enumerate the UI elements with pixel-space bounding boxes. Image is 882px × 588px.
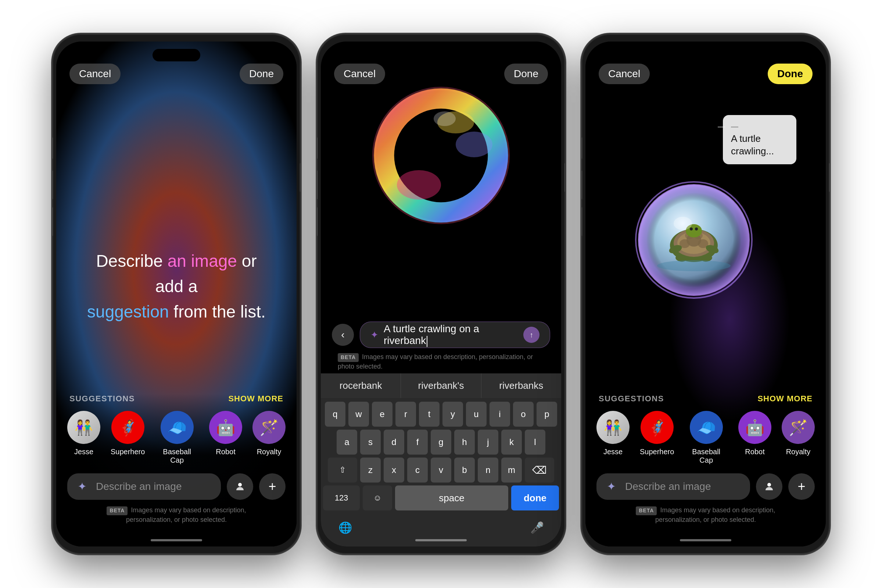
done-button-3[interactable]: Done xyxy=(768,64,813,84)
cancel-button-2[interactable]: Cancel xyxy=(334,64,385,84)
cancel-button-3[interactable]: Cancel xyxy=(598,64,650,84)
back-button[interactable]: ‹ xyxy=(332,324,354,346)
done-button-2[interactable]: Done xyxy=(504,64,548,84)
key-globe[interactable]: 🌐 xyxy=(330,515,360,540)
key-k[interactable]: k xyxy=(501,430,522,454)
key-w[interactable]: w xyxy=(348,402,369,427)
suggestion-baseball-3[interactable]: 🧢 Baseball Cap xyxy=(684,411,728,465)
svg-point-8 xyxy=(434,111,456,126)
phones-container: Cancel Done Describe an image or add asu… xyxy=(0,0,882,588)
key-q[interactable]: q xyxy=(325,402,345,427)
add-button-1[interactable]: + xyxy=(259,473,285,500)
autocomplete-item-1[interactable]: rocerbank xyxy=(321,374,401,398)
show-more-button-1[interactable]: SHOW MORE xyxy=(228,394,284,404)
key-e[interactable]: e xyxy=(372,402,393,427)
beta-badge-1: BETA xyxy=(106,506,128,515)
suggestion-label-superhero-3: Superhero xyxy=(640,448,674,456)
key-done[interactable]: done xyxy=(511,486,559,510)
key-g[interactable]: g xyxy=(431,430,451,454)
suggestion-baseball-1[interactable]: 🧢 Baseball Cap xyxy=(155,411,199,465)
key-f[interactable]: f xyxy=(407,430,428,454)
dynamic-island-1 xyxy=(153,49,200,62)
text-input-3[interactable]: ✦ Describe an image xyxy=(597,473,750,500)
sparkle-icon-3: ✦ xyxy=(607,480,620,493)
avatar-jesse-1: 👫 xyxy=(67,411,100,444)
text-input-1[interactable]: ✦ Describe an image xyxy=(67,473,221,500)
done-button-1[interactable]: Done xyxy=(240,64,284,84)
svg-point-22 xyxy=(695,228,698,230)
key-p[interactable]: p xyxy=(537,402,557,427)
suggestions-label-1: SUGGESTIONS xyxy=(69,394,135,404)
keyboard-row-4: 123 ☺ space done xyxy=(323,486,559,510)
cancel-button-1[interactable]: Cancel xyxy=(69,64,120,84)
keyboard-row-3: ⇧ z x c v b n m ⌫ xyxy=(323,458,559,483)
suggestion-royalty-3[interactable]: 🪄 Royalty xyxy=(782,411,815,465)
key-o[interactable]: o xyxy=(513,402,534,427)
svg-point-28 xyxy=(674,217,692,230)
suggestion-superhero-3[interactable]: 🦸 Superhero xyxy=(640,411,674,465)
suggestion-jesse-3[interactable]: 👫 Jesse xyxy=(597,411,630,465)
avatar-royalty-1: 🪄 xyxy=(252,411,285,444)
home-indicator-3 xyxy=(680,539,731,542)
key-n[interactable]: n xyxy=(478,458,498,483)
svg-point-0 xyxy=(238,483,242,487)
suggestion-label-robot-1: Robot xyxy=(216,448,235,456)
key-shift[interactable]: ⇧ xyxy=(328,458,357,483)
keyboard-row-5: 🌐 🎤 xyxy=(323,513,559,542)
key-y[interactable]: y xyxy=(442,402,463,427)
avatar-robot-1: 🤖 xyxy=(209,411,242,444)
autocomplete-item-3[interactable]: riverbanks xyxy=(482,374,561,398)
person-button-3[interactable] xyxy=(756,473,782,500)
person-button-1[interactable] xyxy=(227,473,253,500)
show-more-button-3[interactable]: SHOW MORE xyxy=(758,394,813,404)
suggestion-label-baseball-3: Baseball Cap xyxy=(684,448,728,465)
key-numbers[interactable]: 123 xyxy=(323,486,360,510)
active-input-2[interactable]: ✦ A turtle crawling on a riverbank ↑ xyxy=(360,322,550,348)
suggestion-royalty-1[interactable]: 🪄 Royalty xyxy=(252,411,285,465)
key-c[interactable]: c xyxy=(407,458,428,483)
input-area-2: ‹ ✦ A turtle crawling on a riverbank ↑ B… xyxy=(321,322,561,546)
svg-point-6 xyxy=(456,132,492,157)
suggestion-label-baseball-1: Baseball Cap xyxy=(155,448,199,465)
avatar-baseball-3: 🧢 xyxy=(690,411,723,444)
key-b[interactable]: b xyxy=(454,458,475,483)
key-v[interactable]: v xyxy=(431,458,451,483)
key-delete[interactable]: ⌫ xyxy=(525,458,554,483)
key-t[interactable]: t xyxy=(419,402,440,427)
avatar-baseball-1: 🧢 xyxy=(160,411,194,444)
key-h[interactable]: h xyxy=(454,430,475,454)
add-button-3[interactable]: + xyxy=(788,473,815,500)
phone-1: Cancel Done Describe an image or add asu… xyxy=(51,33,302,555)
suggestion-label-royalty-1: Royalty xyxy=(257,448,282,456)
key-mic[interactable]: 🎤 xyxy=(522,515,552,540)
text-cursor xyxy=(427,336,428,347)
key-u[interactable]: u xyxy=(466,402,487,427)
key-r[interactable]: r xyxy=(395,402,416,427)
suggestions-row-1: 👫 Jesse 🦸 Superhero 🧢 Baseball Cap xyxy=(67,411,285,465)
input-row-3: ✦ Describe an image + xyxy=(597,473,815,500)
suggestion-robot-3[interactable]: 🤖 Robot xyxy=(738,411,771,465)
key-space[interactable]: space xyxy=(395,486,508,510)
dynamic-island-2 xyxy=(417,49,465,62)
suggestions-header-3: SUGGESTIONS SHOW MORE xyxy=(597,394,815,404)
suggestion-superhero-1[interactable]: 🦸 Superhero xyxy=(111,411,145,465)
key-l[interactable]: l xyxy=(525,430,545,454)
key-emoji[interactable]: ☺ xyxy=(363,486,392,510)
key-z[interactable]: z xyxy=(360,458,381,483)
key-d[interactable]: d xyxy=(384,430,404,454)
beta-text-3: BETA Images may vary based on descriptio… xyxy=(610,506,801,524)
beta-text-1: BETA Images may vary based on descriptio… xyxy=(81,506,272,524)
key-j[interactable]: j xyxy=(478,430,498,454)
suggestion-robot-1[interactable]: 🤖 Robot xyxy=(209,411,242,465)
sparkle-icon-1: ✦ xyxy=(78,480,91,493)
send-button[interactable]: ↑ xyxy=(524,327,540,343)
key-s[interactable]: s xyxy=(360,430,381,454)
suggestions-row-3: 👫 Jesse 🦸 Superhero 🧢 Baseball Cap xyxy=(597,411,815,465)
key-i[interactable]: i xyxy=(489,402,510,427)
key-a[interactable]: a xyxy=(337,430,357,454)
key-m[interactable]: m xyxy=(501,458,522,483)
suggestion-label-royalty-3: Royalty xyxy=(786,448,811,456)
suggestion-jesse-1[interactable]: 👫 Jesse xyxy=(67,411,100,465)
autocomplete-item-2[interactable]: riverbank's xyxy=(401,374,481,398)
key-x[interactable]: x xyxy=(384,458,404,483)
